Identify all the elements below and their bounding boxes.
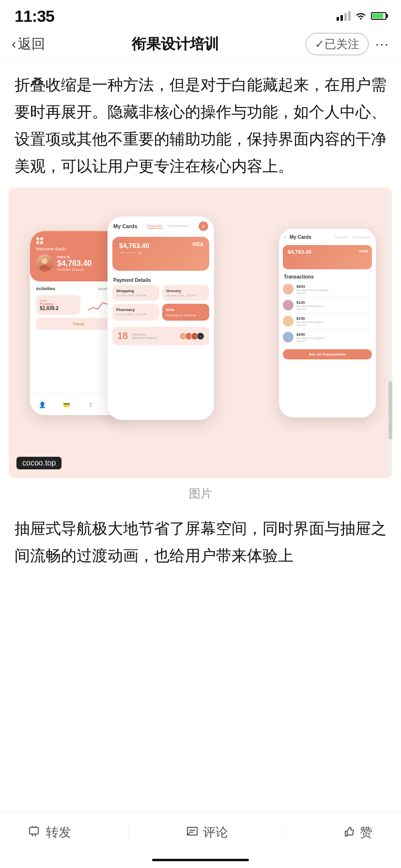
p3-back-icon: ‹: [284, 233, 286, 240]
home-indicator: [0, 852, 401, 868]
p3-tab-deposits: Deposits: [335, 235, 348, 239]
table-row: $120 Received from Darcy July 26: [283, 297, 372, 313]
p2-pharmacy-item: Pharmacy ⋮ 22 June 2020, 2:59 PM: [112, 304, 159, 321]
article-text-top: 折叠收缩是一种方法，但是对于白能藏起来，在用户需要时再展开。隐藏非核心的操作与功…: [0, 62, 401, 187]
article-paragraph-top: 折叠收缩是一种方法，但是对于白能藏起来，在用户需要时再展开。隐藏非核心的操作与功…: [15, 71, 386, 180]
avatar: [283, 316, 293, 326]
p2-grocery-label: Grocery: [166, 289, 181, 293]
svg-rect-3: [40, 241, 43, 244]
p2-requests-count: 18: [117, 330, 128, 341]
bottom-actions: 转发 评论 赞: [0, 813, 401, 852]
p2-shopping-item: Shopping ⋮ 20 June 2020, 2:40 PM: [112, 285, 159, 301]
article-paragraph-bottom: 抽屉式导航极大地节省了屏幕空间，同时界面与抽屉之间流畅的过渡动画，也给用户带来体…: [15, 515, 386, 569]
signal-icon: [337, 11, 351, 21]
p2-requests-sub: Request Shared: [132, 336, 156, 340]
table-row: $833 Received from Anastasia July 26: [283, 281, 372, 297]
p2-requests-info: Requests Request Shared: [132, 333, 156, 340]
p2-tab-deposits: Deposits: [147, 224, 162, 229]
like-label: 赞: [360, 824, 372, 841]
battery-icon: [371, 12, 386, 20]
chevron-left-icon: ‹: [12, 36, 16, 52]
p2-bills-item: Bills ⋮ Pay Nicky H1 DFAA Du: [162, 304, 209, 321]
comment-icon: [185, 825, 199, 839]
p1-balance-label: Available Balance: [57, 268, 92, 271]
avatar: [283, 284, 293, 294]
svg-rect-0: [36, 237, 39, 240]
p2-grocery-date: 19 June 2020, 1:00 PM: [166, 294, 205, 297]
phones-wrapper: Welcome Back! Hera R. $4,763.40: [20, 207, 381, 459]
p2-pharmacy-date: 22 June 2020, 2:59 PM: [116, 313, 155, 316]
p3-trans-date: July 27: [296, 340, 372, 342]
status-bar: 11:35: [0, 0, 401, 29]
p3-trans-amount: $120: [296, 300, 372, 305]
p3-trans-date: July 26: [296, 324, 372, 326]
p2-card-number: **** **** **** 26: [119, 251, 202, 255]
back-button[interactable]: ‹ 返回: [12, 35, 45, 53]
back-label: 返回: [18, 35, 45, 53]
article-text-bottom: 抽屉式导航极大地节省了屏幕空间，同时界面与抽屉之间流畅的过渡动画，也给用户带来体…: [0, 505, 401, 579]
comment-button[interactable]: 评论: [185, 824, 228, 841]
like-button[interactable]: 赞: [342, 824, 372, 841]
share-label: 转发: [46, 824, 71, 841]
share-button[interactable]: 转发: [29, 824, 71, 841]
more-button[interactable]: ···: [375, 36, 389, 52]
p2-add-button[interactable]: +: [199, 221, 208, 231]
image-caption: 图片: [0, 478, 401, 505]
nav-bar: ‹ 返回 衔果设计培训 ✓已关注 ···: [0, 29, 401, 62]
p3-trans-info: $833 Received from Anastasia July 26: [296, 284, 372, 294]
p3-trans-info: $120 Received from Darcy July 26: [296, 300, 372, 310]
p3-trans-list: $833 Received from Anastasia July 26 $12…: [279, 281, 376, 345]
p1-activities-label: Activities: [36, 286, 55, 291]
p2-payment-title: Payment Details: [108, 274, 214, 285]
svg-rect-1: [40, 237, 43, 240]
p3-title: My Cards: [290, 234, 311, 240]
nav-title: 衔果设计培训: [132, 34, 219, 54]
p1-user-info: Hera R. $4,763.40 Available Balance: [57, 255, 92, 271]
p2-tabs: Deposits Transactions: [147, 224, 189, 229]
scroll-thumb[interactable]: [388, 381, 392, 439]
p2-shopping-date: 20 June 2020, 2:40 PM: [116, 294, 155, 297]
p1-nav-profile: 👤: [37, 400, 47, 410]
p2-requests-avatars: +: [181, 332, 204, 340]
p2-tab-transactions: Transactions: [167, 224, 189, 229]
p3-trans-amount: $150: [296, 316, 372, 321]
p3-tabs: Deposits Transactions: [335, 235, 371, 239]
p3-trans-amount: $833: [296, 284, 372, 289]
status-time: 11:35: [15, 7, 54, 26]
p3-visa: VISA: [359, 249, 368, 253]
status-icons: [337, 11, 386, 22]
phone-screen-2: My Cards Deposits Transactions + $4,763.…: [108, 217, 214, 420]
avatar: [283, 332, 293, 342]
p3-trans-info: $150 Received from Marie July 26: [296, 316, 372, 326]
image-container: Welcome Back! Hera R. $4,763.40: [9, 187, 392, 478]
p3-see-all-button[interactable]: See all Transactions: [283, 349, 372, 359]
p3-card-small: $4,763.40 VISA: [283, 245, 372, 269]
p3-header: ‹ My Cards Deposits Transactions: [279, 229, 376, 243]
p2-requests-label: Requests: [132, 333, 156, 336]
svg-point-5: [40, 265, 49, 270]
p2-header: My Cards Deposits Transactions +: [108, 217, 214, 234]
p3-trans-date: July 26: [296, 292, 372, 294]
p2-grocery-item: Grocery ⋮ 19 June 2020, 1:00 PM: [162, 285, 209, 301]
p2-payment-grid: Shopping ⋮ 20 June 2020, 2:40 PM Grocery…: [108, 285, 214, 325]
p2-requests: 18 Requests Request Shared +: [112, 326, 209, 345]
bottom-bar: 转发 评论 赞: [0, 812, 401, 868]
p2-visa: VISA: [192, 242, 203, 247]
p3-trans-amount: $200: [296, 332, 372, 337]
p3-trans-title: Transactions: [279, 271, 376, 281]
follow-button[interactable]: ✓已关注: [306, 33, 369, 55]
nav-right: ✓已关注 ···: [306, 33, 389, 55]
share-icon: [29, 825, 42, 839]
p1-balance: $4,763.40: [57, 259, 92, 268]
scrollbar: [388, 187, 392, 478]
comment-label: 评论: [203, 824, 228, 841]
p2-card-display: $4,763.40 **** **** **** 26 VISA: [112, 237, 209, 271]
svg-rect-2: [36, 241, 39, 244]
p3-trans-date: July 26: [296, 308, 372, 310]
p2-card-balance: $4,763.40: [119, 242, 202, 249]
p2-pharmacy-label: Pharmacy: [116, 308, 135, 312]
p1-avatar: [36, 254, 53, 272]
p2-bills-label: Bills: [166, 308, 174, 312]
p3-trans-info: $200 Received from Wynne July 27: [296, 332, 372, 342]
svg-point-4: [42, 258, 47, 264]
